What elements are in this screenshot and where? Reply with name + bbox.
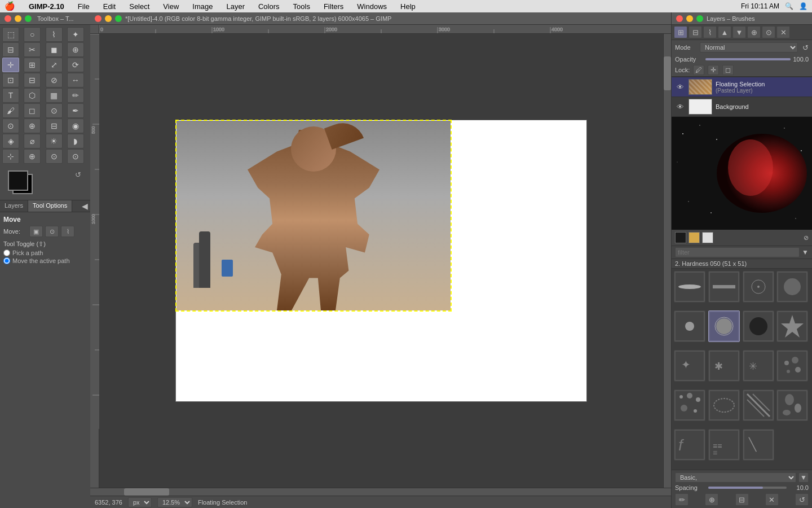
tool-align[interactable]: ⊞ bbox=[24, 58, 41, 72]
tool-ellipse-select[interactable]: ○ bbox=[24, 27, 41, 42]
right-max[interactable] bbox=[696, 15, 703, 22]
tab-channels-icon[interactable]: ⊟ bbox=[689, 26, 702, 38]
tool-flip[interactable]: ↔ bbox=[67, 73, 84, 87]
tool-eraser[interactable]: ◻ bbox=[24, 103, 41, 118]
menu-view[interactable]: View bbox=[161, 2, 181, 11]
brush-new-btn[interactable]: ⊟ bbox=[735, 493, 749, 506]
tool-paths[interactable]: ⊕ bbox=[67, 42, 84, 57]
zoom-unit-select[interactable]: px bbox=[128, 497, 152, 507]
tool-extra[interactable]: ⊙ bbox=[67, 149, 84, 164]
scrollbar-bottom-thumb[interactable] bbox=[124, 488, 169, 496]
tool-move[interactable]: ✛ bbox=[2, 58, 19, 72]
canvas-viewport[interactable] bbox=[99, 34, 663, 488]
tool-foreground-select[interactable]: ◼ bbox=[46, 42, 63, 57]
scrollbar-right-thumb[interactable] bbox=[664, 56, 671, 90]
canvas-min[interactable] bbox=[105, 15, 112, 22]
brush-edit-btn[interactable]: ✏ bbox=[675, 493, 689, 506]
brush-color-gold[interactable] bbox=[689, 232, 700, 243]
tool-sharpen[interactable]: ◈ bbox=[2, 134, 19, 148]
layer-background[interactable]: 👁 Background bbox=[672, 97, 812, 117]
brush-item-13[interactable] bbox=[708, 389, 740, 421]
brush-item-14[interactable] bbox=[743, 389, 774, 421]
tool-paintbrush[interactable]: 🖌 bbox=[2, 103, 19, 118]
brush-item-12[interactable] bbox=[674, 389, 705, 421]
move-path-btn[interactable]: ⌇ bbox=[61, 226, 74, 237]
tool-heal[interactable]: ⊕ bbox=[24, 119, 41, 133]
right-close[interactable] bbox=[676, 15, 683, 22]
tool-crop[interactable]: ⤢ bbox=[46, 58, 63, 72]
menu-filters[interactable]: Filters bbox=[321, 2, 346, 11]
brush-refresh-btn[interactable]: ↺ bbox=[795, 493, 809, 506]
menu-edit[interactable]: Edit bbox=[101, 2, 118, 11]
brush-filter-input[interactable] bbox=[675, 247, 800, 257]
tab-anchor-icon[interactable]: ⊙ bbox=[762, 26, 775, 38]
tool-shear[interactable]: ⊟ bbox=[24, 73, 41, 87]
tab-duplicate-icon[interactable]: ⊕ bbox=[747, 26, 761, 38]
close-button[interactable] bbox=[5, 15, 11, 22]
move-layer-btn[interactable]: ▣ bbox=[29, 226, 43, 237]
menu-layer[interactable]: Layer bbox=[224, 2, 247, 11]
right-min[interactable] bbox=[686, 15, 693, 22]
brush-color-dark[interactable] bbox=[675, 232, 686, 243]
brush-duplicate-btn[interactable]: ⊕ bbox=[705, 493, 718, 506]
zoom-level-select[interactable]: 12.5% bbox=[157, 497, 192, 507]
brush-item-6[interactable] bbox=[708, 310, 740, 342]
maximize-button[interactable] bbox=[25, 15, 32, 22]
tab-down-icon[interactable]: ▼ bbox=[732, 26, 746, 38]
tool-blur[interactable]: ◉ bbox=[67, 119, 84, 133]
tool-clone[interactable]: ⊙ bbox=[2, 119, 19, 133]
menu-windows[interactable]: Windows bbox=[355, 2, 389, 11]
brush-item-17[interactable]: ≡≡ ≡ bbox=[708, 429, 740, 461]
brush-delete-btn[interactable]: ✕ bbox=[765, 493, 779, 506]
brush-options-btn[interactable]: ⊘ bbox=[804, 234, 809, 242]
brush-item-star[interactable] bbox=[776, 310, 808, 342]
tool-ink[interactable]: ✒ bbox=[67, 103, 84, 118]
reset-colors[interactable]: ↺ bbox=[75, 170, 81, 179]
opacity-slider[interactable] bbox=[705, 58, 791, 60]
tool-text[interactable]: T bbox=[2, 88, 19, 103]
brush-item-2[interactable] bbox=[708, 271, 740, 303]
menu-colors[interactable]: Colors bbox=[256, 2, 282, 11]
tool-bucket-fill[interactable]: ⬡ bbox=[24, 88, 41, 103]
foreground-color-swatch[interactable] bbox=[8, 170, 28, 191]
pick-path-radio[interactable] bbox=[3, 249, 10, 256]
menu-image[interactable]: Image bbox=[190, 2, 215, 11]
tab-paths-icon[interactable]: ⌇ bbox=[703, 26, 717, 38]
brush-item-11[interactable] bbox=[776, 350, 808, 382]
tool-free-select[interactable]: ⌇ bbox=[46, 27, 63, 42]
brush-item-8[interactable]: ✦ bbox=[674, 350, 705, 382]
tool-scissors[interactable]: ✂ bbox=[24, 42, 41, 57]
tab-layers-icon[interactable]: ⊞ bbox=[674, 26, 687, 38]
tool-burn[interactable]: ◗ bbox=[67, 134, 84, 148]
brush-item-9[interactable]: ✱ bbox=[708, 350, 740, 382]
tool-scale[interactable]: ⊡ bbox=[2, 73, 19, 87]
tool-rotate[interactable]: ⟳ bbox=[67, 58, 84, 72]
brush-expand-btn[interactable]: ▼ bbox=[798, 472, 809, 483]
scrollbar-bottom[interactable] bbox=[90, 488, 671, 496]
brush-item-15[interactable] bbox=[776, 389, 808, 421]
layer-eye-floating[interactable]: 👁 bbox=[675, 82, 685, 92]
menu-tools[interactable]: Tools bbox=[291, 2, 312, 11]
tool-color-picker[interactable]: ⊙ bbox=[46, 149, 63, 164]
tool-blend[interactable]: ▦ bbox=[46, 88, 63, 103]
menu-file[interactable]: File bbox=[76, 2, 92, 11]
brush-item-7[interactable] bbox=[743, 310, 774, 342]
move-selection-btn[interactable]: ⊙ bbox=[45, 226, 59, 237]
tool-perspective[interactable]: ⊘ bbox=[46, 73, 63, 87]
tab-layers[interactable]: Layers bbox=[0, 200, 28, 212]
brush-item-3[interactable] bbox=[743, 271, 774, 303]
tool-pencil[interactable]: ✏ bbox=[67, 88, 84, 103]
brush-category-select[interactable]: Basic, bbox=[675, 472, 796, 483]
brush-color-light[interactable] bbox=[702, 232, 713, 243]
layer-mode-select[interactable]: Normal bbox=[700, 42, 798, 52]
tool-measure[interactable]: ⊹ bbox=[2, 149, 19, 164]
tool-fuzzy-select[interactable]: ✦ bbox=[67, 27, 84, 42]
brush-item-16[interactable]: f bbox=[674, 429, 705, 461]
layer-eye-background[interactable]: 👁 bbox=[675, 102, 685, 112]
tool-airbrush[interactable]: ⊙ bbox=[46, 103, 63, 118]
brush-filter-clear[interactable]: ▼ bbox=[802, 248, 809, 256]
spacing-slider[interactable] bbox=[708, 487, 787, 489]
tool-by-color[interactable]: ⊟ bbox=[2, 42, 19, 57]
brush-item-4[interactable] bbox=[776, 271, 808, 303]
brush-item-10[interactable]: ✳ bbox=[743, 350, 774, 382]
